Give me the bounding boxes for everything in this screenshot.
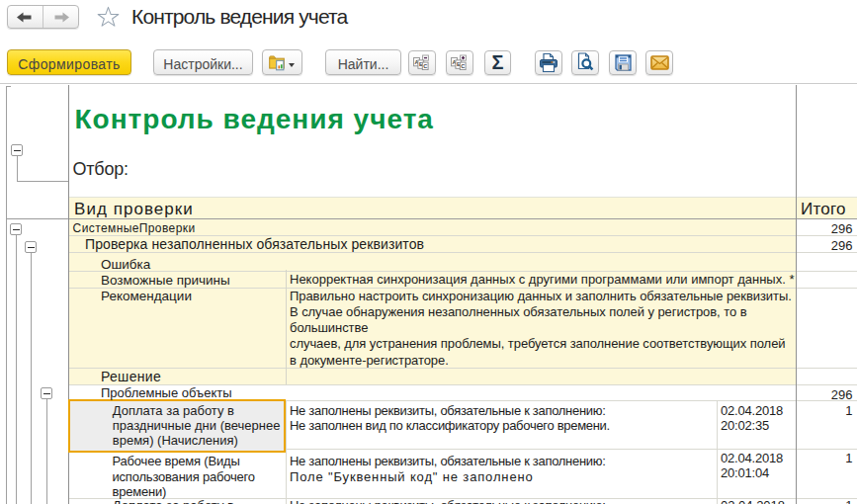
svg-text:С: С	[461, 63, 465, 69]
svg-text:С: С	[423, 63, 427, 69]
